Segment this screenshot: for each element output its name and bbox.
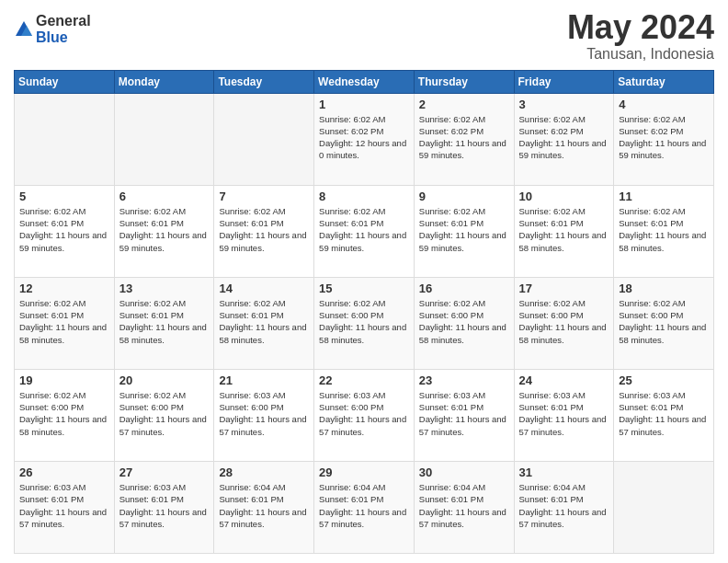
calendar-cell-w5-d5: 31Sunrise: 6:04 AM Sunset: 6:01 PM Dayli…: [514, 461, 614, 553]
title-block: May 2024 Tanusan, Indonesia: [567, 9, 714, 63]
logo-general: General: [36, 13, 91, 29]
calendar-cell-w3-d3: 15Sunrise: 6:02 AM Sunset: 6:00 PM Dayli…: [314, 277, 415, 369]
calendar-cell-w5-d1: 27Sunrise: 6:03 AM Sunset: 6:01 PM Dayli…: [114, 461, 214, 553]
subtitle: Tanusan, Indonesia: [567, 46, 714, 63]
weekday-header-row: SundayMondayTuesdayWednesdayThursdayFrid…: [15, 70, 714, 93]
day-info: Sunrise: 6:02 AM Sunset: 6:01 PM Dayligh…: [219, 297, 309, 346]
day-info: Sunrise: 6:02 AM Sunset: 6:02 PM Dayligh…: [419, 113, 509, 162]
day-info: Sunrise: 6:02 AM Sunset: 6:01 PM Dayligh…: [219, 205, 309, 254]
logo-text: General Blue: [36, 13, 91, 45]
calendar-cell-w2-d0: 5Sunrise: 6:02 AM Sunset: 6:01 PM Daylig…: [15, 185, 115, 277]
day-info: Sunrise: 6:02 AM Sunset: 6:00 PM Dayligh…: [19, 389, 109, 438]
calendar-cell-w1-d0: [15, 93, 115, 185]
weekday-header-tuesday: Tuesday: [214, 70, 314, 93]
day-info: Sunrise: 6:02 AM Sunset: 6:02 PM Dayligh…: [519, 113, 609, 162]
calendar-cell-w4-d5: 24Sunrise: 6:03 AM Sunset: 6:01 PM Dayli…: [514, 369, 614, 461]
day-info: Sunrise: 6:03 AM Sunset: 6:00 PM Dayligh…: [219, 389, 309, 438]
calendar-cell-w5-d4: 30Sunrise: 6:04 AM Sunset: 6:01 PM Dayli…: [414, 461, 514, 553]
day-info: Sunrise: 6:02 AM Sunset: 6:00 PM Dayligh…: [419, 297, 509, 346]
calendar-cell-w3-d2: 14Sunrise: 6:02 AM Sunset: 6:01 PM Dayli…: [214, 277, 314, 369]
day-number: 7: [219, 190, 309, 203]
weekday-header-thursday: Thursday: [414, 70, 514, 93]
day-info: Sunrise: 6:04 AM Sunset: 6:01 PM Dayligh…: [419, 481, 509, 530]
calendar-cell-w3-d4: 16Sunrise: 6:02 AM Sunset: 6:00 PM Dayli…: [414, 277, 514, 369]
day-number: 11: [619, 190, 709, 203]
calendar-cell-w2-d6: 11Sunrise: 6:02 AM Sunset: 6:01 PM Dayli…: [614, 185, 714, 277]
day-info: Sunrise: 6:02 AM Sunset: 6:00 PM Dayligh…: [119, 389, 210, 438]
logo: General Blue: [14, 13, 91, 45]
day-info: Sunrise: 6:03 AM Sunset: 6:00 PM Dayligh…: [319, 389, 409, 438]
day-info: Sunrise: 6:03 AM Sunset: 6:01 PM Dayligh…: [419, 389, 509, 438]
calendar-cell-w2-d1: 6Sunrise: 6:02 AM Sunset: 6:01 PM Daylig…: [114, 185, 214, 277]
calendar-week-1: 1Sunrise: 6:02 AM Sunset: 6:02 PM Daylig…: [15, 93, 714, 185]
calendar-cell-w1-d2: [214, 93, 314, 185]
main-title: May 2024: [567, 9, 714, 46]
day-number: 26: [19, 465, 109, 479]
day-info: Sunrise: 6:02 AM Sunset: 6:01 PM Dayligh…: [19, 205, 109, 254]
calendar-cell-w4-d0: 19Sunrise: 6:02 AM Sunset: 6:00 PM Dayli…: [15, 369, 115, 461]
logo-blue: Blue: [36, 29, 91, 46]
calendar-body: 1Sunrise: 6:02 AM Sunset: 6:02 PM Daylig…: [15, 93, 714, 553]
day-number: 14: [219, 282, 309, 295]
calendar-cell-w1-d4: 2Sunrise: 6:02 AM Sunset: 6:02 PM Daylig…: [414, 93, 514, 185]
calendar-cell-w5-d3: 29Sunrise: 6:04 AM Sunset: 6:01 PM Dayli…: [314, 461, 415, 553]
calendar-cell-w4-d6: 25Sunrise: 6:03 AM Sunset: 6:01 PM Dayli…: [614, 369, 714, 461]
calendar-table: SundayMondayTuesdayWednesdayThursdayFrid…: [14, 70, 714, 554]
day-number: 17: [519, 282, 609, 295]
day-number: 23: [419, 373, 509, 387]
day-number: 12: [19, 282, 109, 295]
header: General Blue May 2024 Tanusan, Indonesia: [14, 9, 714, 63]
day-number: 20: [119, 373, 210, 387]
day-info: Sunrise: 6:02 AM Sunset: 6:00 PM Dayligh…: [619, 297, 709, 346]
day-info: Sunrise: 6:04 AM Sunset: 6:01 PM Dayligh…: [219, 481, 309, 530]
day-number: 5: [19, 190, 109, 203]
day-number: 29: [319, 465, 409, 479]
day-number: 21: [219, 373, 309, 387]
day-number: 13: [119, 282, 210, 295]
weekday-header-wednesday: Wednesday: [314, 70, 415, 93]
day-number: 27: [119, 465, 210, 479]
calendar-cell-w2-d5: 10Sunrise: 6:02 AM Sunset: 6:01 PM Dayli…: [514, 185, 614, 277]
day-number: 3: [519, 98, 609, 111]
day-info: Sunrise: 6:02 AM Sunset: 6:00 PM Dayligh…: [319, 297, 409, 346]
calendar-week-3: 12Sunrise: 6:02 AM Sunset: 6:01 PM Dayli…: [15, 277, 714, 369]
weekday-header-sunday: Sunday: [15, 70, 115, 93]
calendar-cell-w3-d6: 18Sunrise: 6:02 AM Sunset: 6:00 PM Dayli…: [614, 277, 714, 369]
day-info: Sunrise: 6:02 AM Sunset: 6:02 PM Dayligh…: [319, 113, 409, 162]
day-info: Sunrise: 6:02 AM Sunset: 6:01 PM Dayligh…: [319, 205, 409, 254]
day-info: Sunrise: 6:03 AM Sunset: 6:01 PM Dayligh…: [119, 481, 210, 530]
day-number: 28: [219, 465, 309, 479]
day-number: 18: [619, 282, 709, 295]
day-info: Sunrise: 6:02 AM Sunset: 6:01 PM Dayligh…: [119, 297, 210, 346]
weekday-header-saturday: Saturday: [614, 70, 714, 93]
day-info: Sunrise: 6:02 AM Sunset: 6:00 PM Dayligh…: [519, 297, 609, 346]
day-number: 1: [319, 98, 409, 111]
calendar-cell-w1-d1: [114, 93, 214, 185]
calendar-cell-w2-d2: 7Sunrise: 6:02 AM Sunset: 6:01 PM Daylig…: [214, 185, 314, 277]
day-info: Sunrise: 6:03 AM Sunset: 6:01 PM Dayligh…: [519, 389, 609, 438]
day-info: Sunrise: 6:04 AM Sunset: 6:01 PM Dayligh…: [519, 481, 609, 530]
day-info: Sunrise: 6:02 AM Sunset: 6:01 PM Dayligh…: [619, 205, 709, 254]
day-number: 4: [619, 98, 709, 111]
day-number: 2: [419, 98, 509, 111]
calendar-cell-w5-d2: 28Sunrise: 6:04 AM Sunset: 6:01 PM Dayli…: [214, 461, 314, 553]
day-number: 30: [419, 465, 509, 479]
day-number: 15: [319, 282, 409, 295]
calendar-cell-w2-d4: 9Sunrise: 6:02 AM Sunset: 6:01 PM Daylig…: [414, 185, 514, 277]
calendar-cell-w2-d3: 8Sunrise: 6:02 AM Sunset: 6:01 PM Daylig…: [314, 185, 415, 277]
day-number: 10: [519, 190, 609, 203]
day-info: Sunrise: 6:02 AM Sunset: 6:01 PM Dayligh…: [119, 205, 210, 254]
calendar-cell-w1-d3: 1Sunrise: 6:02 AM Sunset: 6:02 PM Daylig…: [314, 93, 415, 185]
day-info: Sunrise: 6:02 AM Sunset: 6:01 PM Dayligh…: [19, 297, 109, 346]
calendar-cell-w5-d6: [614, 461, 714, 553]
calendar-cell-w1-d6: 4Sunrise: 6:02 AM Sunset: 6:02 PM Daylig…: [614, 93, 714, 185]
day-info: Sunrise: 6:03 AM Sunset: 6:01 PM Dayligh…: [19, 481, 109, 530]
calendar-cell-w3-d1: 13Sunrise: 6:02 AM Sunset: 6:01 PM Dayli…: [114, 277, 214, 369]
day-number: 16: [419, 282, 509, 295]
day-number: 25: [619, 373, 709, 387]
day-number: 19: [19, 373, 109, 387]
day-number: 9: [419, 190, 509, 203]
day-info: Sunrise: 6:03 AM Sunset: 6:01 PM Dayligh…: [619, 389, 709, 438]
calendar-cell-w5-d0: 26Sunrise: 6:03 AM Sunset: 6:01 PM Dayli…: [15, 461, 115, 553]
day-info: Sunrise: 6:02 AM Sunset: 6:02 PM Dayligh…: [619, 113, 709, 162]
